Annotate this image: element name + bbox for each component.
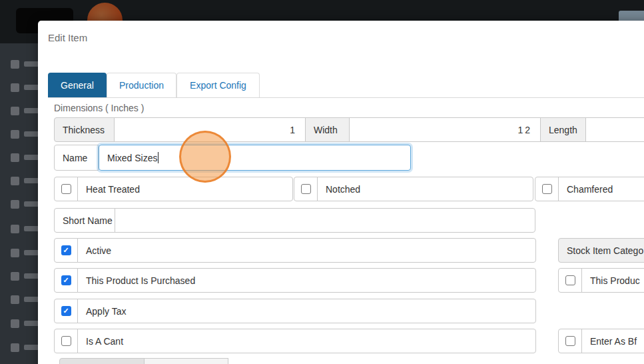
apply-tax-label: Apply Tax — [77, 299, 536, 323]
feature-checkbox-row: Heat Treated Notched Chamfered — [54, 177, 644, 201]
notched-checkbox[interactable] — [294, 177, 318, 201]
chamfered-label: Chamfered — [558, 177, 644, 201]
is-a-cant-label: Is A Cant — [77, 329, 536, 353]
page: Edit Item General Production Export Conf… — [0, 0, 644, 364]
enter-as-bf-label: Enter As Bf — [581, 329, 644, 353]
short-name-input[interactable] — [115, 208, 535, 233]
checkbox-icon — [61, 184, 71, 194]
checkbox-checked-icon — [61, 275, 71, 285]
apply-tax-row: Apply Tax — [54, 299, 536, 323]
modal-title: Edit Item — [48, 32, 87, 43]
name-row: Name Mixed Sizes — [54, 145, 411, 171]
edit-item-modal: Edit Item General Production Export Conf… — [38, 21, 644, 364]
enter-as-bf-checkbox[interactable] — [558, 329, 582, 353]
checkbox-icon — [565, 336, 575, 346]
heat-treated-group: Heat Treated — [54, 177, 293, 201]
this-product-row: This Produc — [558, 268, 644, 293]
this-product-checkbox[interactable] — [558, 268, 582, 293]
text-caret — [158, 152, 159, 163]
length-label: Length — [540, 117, 586, 142]
product-purchased-checkbox[interactable] — [54, 268, 78, 293]
active-row: Active — [54, 238, 536, 263]
is-a-cant-checkbox[interactable] — [54, 329, 78, 353]
stock-item-category-label: Stock Item Catego — [558, 238, 644, 263]
checkbox-checked-icon — [61, 245, 71, 255]
product-purchased-row: This Product Is Purchased — [54, 268, 536, 293]
this-product-label: This Produc — [581, 268, 644, 293]
thickness-label: Thickness — [54, 117, 115, 142]
tab-general[interactable]: General — [48, 73, 107, 97]
short-name-row: Short Name — [54, 208, 535, 233]
heat-treated-label: Heat Treated — [77, 177, 293, 201]
checkbox-icon — [61, 336, 71, 346]
is-a-cant-row: Is A Cant — [54, 329, 536, 353]
short-name-label: Short Name — [54, 208, 115, 233]
active-checkbox[interactable] — [54, 238, 78, 263]
checkbox-icon — [565, 275, 575, 285]
chamfered-checkbox[interactable] — [535, 177, 559, 201]
checkbox-icon — [542, 184, 552, 194]
stock-item-category-row: Stock Item Catego — [558, 238, 644, 263]
width-label: Width — [305, 117, 350, 142]
clipped-label-cell — [59, 358, 145, 364]
clipped-bottom-row — [59, 358, 228, 364]
dimensions-section-label: Dimensions ( Inches ) — [54, 103, 144, 113]
name-input-value: Mixed Sizes — [107, 153, 157, 163]
product-purchased-label: This Product Is Purchased — [77, 268, 536, 293]
name-label: Name — [54, 145, 99, 171]
name-input[interactable]: Mixed Sizes — [99, 145, 411, 171]
clipped-input-cell[interactable] — [144, 358, 228, 364]
tab-export-config[interactable]: Export Config — [176, 73, 260, 97]
checkbox-checked-icon — [61, 306, 71, 316]
length-input[interactable] — [585, 117, 644, 142]
dimensions-row: Thickness 1 Width 12 Length — [54, 117, 644, 142]
thickness-input[interactable]: 1 — [114, 117, 306, 142]
tab-bar: General Production Export Config — [48, 72, 644, 98]
notched-group: Notched — [294, 177, 533, 201]
checkbox-icon — [301, 184, 311, 194]
apply-tax-checkbox[interactable] — [54, 299, 78, 323]
enter-as-bf-row: Enter As Bf — [558, 329, 644, 353]
active-label: Active — [77, 238, 536, 263]
tab-production[interactable]: Production — [107, 73, 176, 97]
notched-label: Notched — [317, 177, 533, 201]
heat-treated-checkbox[interactable] — [54, 177, 78, 201]
chamfered-group: Chamfered — [535, 177, 644, 201]
width-input[interactable]: 12 — [349, 117, 541, 142]
